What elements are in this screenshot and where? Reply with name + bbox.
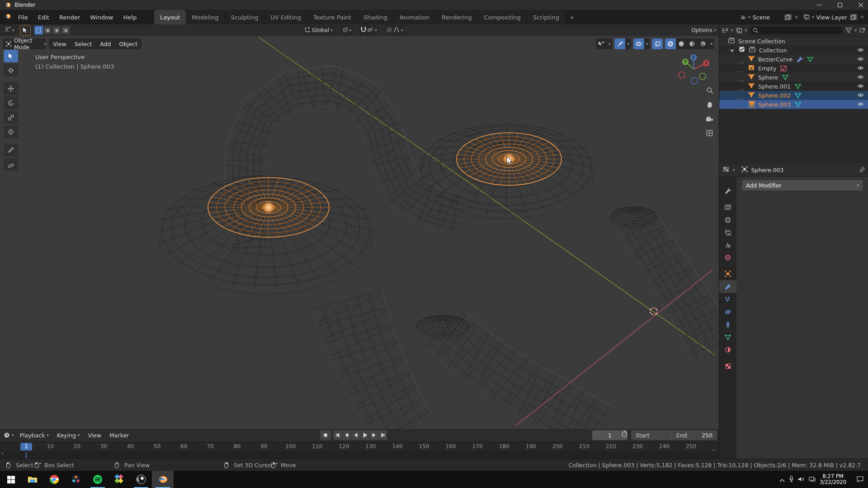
taskbar-blender[interactable]: [152, 471, 174, 488]
shading-wireframe-icon[interactable]: [665, 38, 676, 49]
workspace-tab-rendering[interactable]: Rendering: [436, 10, 478, 24]
add-modifier-dropdown[interactable]: Add Modifier▾: [742, 180, 863, 191]
mesh-data-teal-icon[interactable]: [795, 102, 801, 108]
workspace-tab-texture-paint[interactable]: Texture Paint: [307, 10, 358, 24]
outliner-row-sphere-003[interactable]: Sphere.003: [719, 100, 868, 109]
timeline-menu-playback[interactable]: Playback▾: [16, 432, 53, 439]
image-data-icon[interactable]: [780, 66, 787, 71]
new-view-layer-button[interactable]: [849, 14, 858, 20]
select-mode-circle[interactable]: [52, 26, 61, 35]
outliner-label[interactable]: BezierCurve: [758, 56, 793, 63]
gizmos-toggle-icon[interactable]: [614, 38, 625, 49]
proportional-edit-controls[interactable]: ▾: [385, 25, 405, 35]
frame-end-field[interactable]: End250: [672, 430, 717, 440]
outliner-row-scene-collection[interactable]: Scene Collection: [719, 37, 868, 46]
taskbar-paint-app[interactable]: [108, 471, 130, 488]
auto-key-button[interactable]: [320, 430, 331, 440]
properties-editor-icon[interactable]: [723, 166, 729, 174]
scene-selector[interactable]: ▾ Scene ✕: [740, 14, 799, 21]
view-layer-selector[interactable]: ▾ View Layer ✕: [803, 14, 864, 21]
outliner-label[interactable]: Empty: [758, 65, 776, 72]
workspace-tab-compositing[interactable]: Compositing: [478, 10, 527, 24]
dropdown-caret[interactable]: ▾: [644, 42, 650, 46]
mesh-data-teal-icon[interactable]: [795, 93, 801, 99]
outliner-label[interactable]: Sphere: [758, 74, 778, 81]
viewport-menu-object[interactable]: Object: [115, 41, 142, 47]
pin-icon[interactable]: [859, 166, 865, 174]
eye-icon[interactable]: [857, 92, 864, 100]
eye-icon[interactable]: [857, 83, 864, 91]
properties-tab-particles[interactable]: [719, 293, 736, 305]
jump-to-start-button[interactable]: [333, 430, 342, 440]
tool-cursor[interactable]: [4, 64, 18, 77]
shading-solid-icon[interactable]: [676, 38, 687, 49]
minimize-button[interactable]: [809, 0, 830, 10]
speaker-icon[interactable]: [798, 475, 805, 484]
timeline-ruler[interactable]: 1 10203040506070809010011012013014015016…: [0, 442, 719, 452]
taskbar-spotify[interactable]: [87, 471, 108, 488]
properties-tab-physics[interactable]: [719, 305, 736, 318]
tool-rotate[interactable]: [4, 97, 18, 109]
eye-icon[interactable]: [857, 65, 864, 73]
prev-frame-button[interactable]: [351, 430, 360, 440]
taskbar-davinci-resolve[interactable]: [65, 471, 87, 488]
outliner-display-mode-icon[interactable]: [722, 26, 728, 35]
transform-orientation-dropdown[interactable]: Global ▾: [303, 25, 335, 35]
timeline-menu-marker[interactable]: Marker: [105, 432, 133, 439]
tool-scale[interactable]: [4, 111, 18, 124]
pan-view-hand-icon[interactable]: [706, 101, 713, 110]
outliner-row-sphere-002[interactable]: Sphere.002: [719, 91, 868, 100]
outliner-label[interactable]: Sphere.003: [758, 101, 791, 108]
pivot-point-dropdown[interactable]: ▾: [340, 25, 354, 35]
tool-move[interactable]: [4, 82, 18, 95]
eye-icon[interactable]: [857, 74, 864, 82]
blender-menu-icon[interactable]: [5, 13, 11, 21]
taskbar-chrome[interactable]: [43, 471, 65, 488]
zoom-view-icon[interactable]: [706, 87, 713, 96]
select-mode-lasso[interactable]: [61, 26, 71, 35]
outliner-row-empty[interactable]: Empty: [719, 64, 868, 73]
filter-funnel-icon[interactable]: [845, 26, 852, 35]
workspace-tab-sculpting[interactable]: Sculpting: [225, 10, 264, 24]
select-mode-tweak[interactable]: [34, 26, 43, 35]
snap-controls[interactable]: ▾: [359, 25, 379, 35]
viewport-menu-add[interactable]: Add: [96, 41, 115, 47]
network-icon[interactable]: [809, 475, 816, 484]
remove-view-layer-icon[interactable]: ✕: [860, 14, 864, 20]
workspace-tab-shading[interactable]: Shading: [358, 10, 394, 24]
3d-viewport[interactable]: Object Mode ▾ ViewSelectAddObject ▾▾▾▾ U…: [0, 36, 719, 429]
menu-render[interactable]: Render: [54, 10, 85, 24]
timeline-menu-view[interactable]: View: [84, 432, 105, 439]
dropdown-caret[interactable]: ▾: [607, 42, 613, 46]
workspace-tab-animation[interactable]: Animation: [394, 10, 436, 24]
properties-tab-render[interactable]: [719, 201, 736, 213]
eye-icon[interactable]: [857, 47, 864, 55]
tray-chevron-icon[interactable]: [779, 475, 785, 484]
timeline-expand-icon[interactable]: ›: [1, 450, 4, 456]
taskbar-clock[interactable]: 8:27 PM 3/22/2020: [820, 474, 846, 485]
tool-measure[interactable]: [4, 158, 18, 171]
maximize-button[interactable]: [830, 0, 850, 10]
outliner-label[interactable]: Sphere.002: [758, 92, 791, 99]
mesh-data-icon[interactable]: [782, 75, 788, 80]
playhead[interactable]: [26, 452, 27, 459]
play-button[interactable]: [360, 430, 369, 440]
shading-material-icon[interactable]: [687, 38, 698, 49]
outliner-label[interactable]: Sphere.001: [758, 83, 791, 90]
properties-tab-scene[interactable]: [719, 239, 736, 251]
menu-help[interactable]: Help: [118, 10, 142, 24]
outliner-row-sphere[interactable]: Sphere: [719, 73, 868, 82]
menu-window[interactable]: Window: [85, 10, 118, 24]
properties-tab-modifier[interactable]: [719, 280, 736, 293]
menu-file[interactable]: File: [13, 10, 33, 24]
microphone-icon[interactable]: [789, 475, 794, 484]
view-layer-name[interactable]: View Layer: [816, 14, 847, 21]
scene-name[interactable]: Scene: [753, 14, 782, 21]
new-scene-button[interactable]: [784, 14, 792, 20]
collection-checkbox[interactable]: [739, 47, 745, 53]
timeline-strip[interactable]: [0, 452, 719, 459]
shading-rendered-icon[interactable]: [698, 38, 708, 49]
timeline-menu-keying[interactable]: Keying▾: [53, 432, 84, 439]
properties-tab-material[interactable]: [719, 343, 736, 356]
navigation-gizmo[interactable]: XYZ: [677, 51, 712, 86]
